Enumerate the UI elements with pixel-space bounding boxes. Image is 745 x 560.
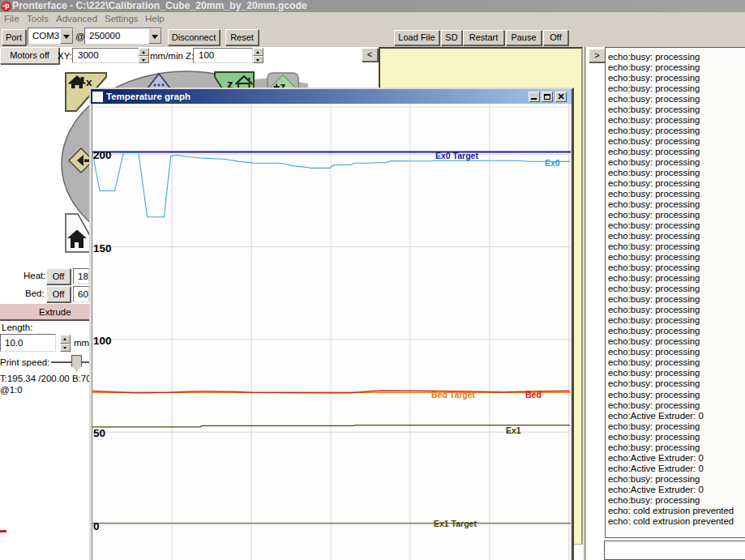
svg-text:Bed Target: Bed Target (431, 390, 476, 400)
svg-text:50: 50 (93, 427, 105, 439)
svg-text:Ex1: Ex1 (506, 425, 521, 435)
svg-text:100: 100 (93, 335, 112, 347)
svg-text:x: x (86, 76, 92, 88)
svg-text:Ex0 Target: Ex0 Target (435, 151, 478, 160)
svg-text:150: 150 (93, 242, 112, 254)
svg-text:0: 0 (93, 520, 100, 532)
svg-text:Ex1 Target: Ex1 Target (434, 519, 477, 528)
svg-text:200: 200 (93, 149, 112, 161)
svg-text:Bed: Bed (525, 390, 542, 400)
svg-text:Ex0: Ex0 (545, 158, 560, 168)
